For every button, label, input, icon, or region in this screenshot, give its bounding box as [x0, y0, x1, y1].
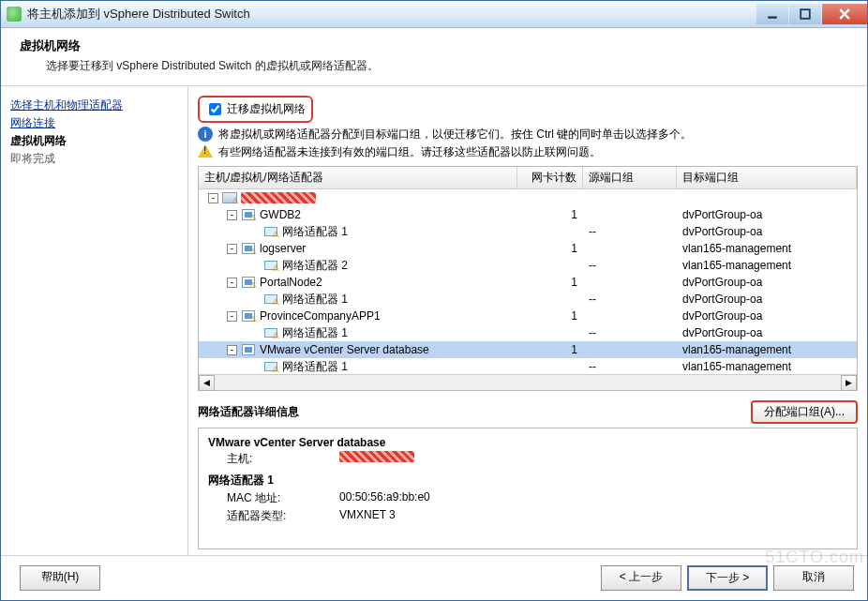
row-dest-pg: vlan165-management — [677, 342, 857, 357]
row-dest-pg: dvPortGroup-oa — [677, 275, 857, 290]
network-adapter-icon — [263, 259, 278, 272]
row-dest-pg: vlan165-management — [677, 359, 857, 374]
row-label: logserver — [260, 242, 306, 255]
tree-toggle[interactable]: - — [227, 278, 237, 288]
detail-adapter-heading: 网络适配器 1 — [208, 473, 847, 488]
step-select-hosts[interactable]: 选择主机和物理适配器 — [10, 98, 178, 113]
row-nic-count: 1 — [517, 241, 583, 256]
col-nic-count[interactable]: 网卡计数 — [517, 167, 583, 188]
row-source-pg — [583, 197, 677, 199]
step-network-connectivity[interactable]: 网络连接 — [10, 115, 178, 131]
row-source-pg: -- — [583, 258, 677, 273]
row-nic-count: 1 — [517, 308, 583, 323]
detail-host-value — [339, 451, 414, 462]
next-button[interactable]: 下一步 > — [687, 565, 768, 591]
tree-toggle[interactable]: - — [227, 345, 237, 355]
table-row[interactable]: - — [199, 189, 857, 206]
row-nic-count — [517, 231, 583, 233]
close-button[interactable] — [822, 4, 867, 24]
detail-host-label: 主机: — [227, 451, 339, 467]
table-row[interactable]: -VMware vCenter Server database1vlan165-… — [199, 341, 857, 358]
col-dest-portgroup[interactable]: 目标端口组 — [677, 167, 857, 188]
row-nic-count: 1 — [517, 275, 583, 290]
table-row[interactable]: 网络适配器 1--dvPortGroup-oa — [199, 223, 857, 240]
info-icon: i — [198, 127, 213, 142]
warning-icon — [198, 144, 213, 158]
cancel-button[interactable]: 取消 — [773, 565, 854, 591]
row-source-pg — [583, 315, 677, 317]
scroll-right-button[interactable]: ▶ — [841, 375, 857, 391]
help-button[interactable]: 帮助(H) — [20, 565, 100, 591]
row-nic-count — [517, 298, 583, 300]
table-row[interactable]: -GWDB21dvPortGroup-oa — [199, 206, 857, 223]
row-label: 网络适配器 1 — [282, 292, 348, 308]
row-nic-count: 1 — [517, 342, 583, 357]
details-section-title: 网络适配器详细信息 — [198, 404, 299, 420]
table-row[interactable]: -logserver1vlan165-management — [199, 240, 857, 257]
migrate-vm-networking-label: 迁移虚拟机网络 — [227, 101, 306, 117]
network-adapter-icon — [263, 326, 278, 339]
host-icon — [222, 191, 237, 204]
col-source-portgroup[interactable]: 源端口组 — [583, 167, 677, 188]
tree-toggle[interactable]: - — [208, 193, 218, 203]
row-source-pg: -- — [583, 359, 677, 374]
minimize-button[interactable] — [756, 4, 788, 24]
row-dest-pg: dvPortGroup-oa — [677, 308, 857, 323]
row-label: 网络适配器 2 — [282, 258, 348, 274]
row-source-pg: -- — [583, 292, 677, 307]
page-subtitle: 选择要迁移到 vSphere Distributed Switch 的虚拟机或网… — [46, 58, 848, 74]
row-dest-pg: dvPortGroup-oa — [677, 207, 857, 222]
row-nic-count — [517, 366, 583, 368]
assign-portgroup-button[interactable]: 分配端口组(A)... — [751, 400, 858, 424]
scroll-left-button[interactable]: ◀ — [199, 375, 215, 391]
migrate-vm-networking-checkbox[interactable] — [209, 103, 221, 115]
network-adapter-icon — [263, 293, 278, 306]
col-host-vm-adapter[interactable]: 主机/虚拟机/网络适配器 — [199, 167, 517, 188]
row-label: 网络适配器 1 — [282, 359, 348, 375]
info-message: i 将虚拟机或网络适配器分配到目标端口组，以便迁移它们。按住 Ctrl 键的同时… — [198, 127, 858, 143]
row-source-pg: -- — [583, 325, 677, 340]
row-label: 网络适配器 1 — [282, 224, 348, 240]
step-ready-complete: 即将完成 — [10, 151, 178, 167]
table-row[interactable]: 网络适配器 2--vlan165-management — [199, 257, 857, 274]
horizontal-scrollbar[interactable]: ◀ ▶ — [199, 374, 857, 390]
adapter-details: VMware vCenter Server database 主机: 网络适配器… — [198, 428, 858, 549]
svg-rect-1 — [801, 9, 810, 19]
row-label: VMware vCenter Server database — [260, 343, 429, 356]
tree-toggle[interactable]: - — [227, 311, 237, 322]
table-row[interactable]: -PortalNode21dvPortGroup-oa — [199, 274, 857, 291]
row-label: 网络适配器 1 — [282, 325, 348, 341]
detail-vm-name: VMware vCenter Server database — [208, 436, 847, 449]
wizard-footer: 帮助(H) < 上一步 下一步 > 取消 — [1, 555, 867, 600]
table-body[interactable]: --GWDB21dvPortGroup-oa网络适配器 1--dvPortGro… — [199, 189, 857, 374]
page-title: 虚拟机网络 — [20, 38, 848, 54]
detail-mac-label: MAC 地址: — [227, 490, 339, 506]
detail-type-value: VMXNET 3 — [339, 508, 396, 524]
row-source-pg — [583, 281, 677, 283]
vm-icon — [241, 242, 256, 255]
table-row[interactable]: 网络适配器 1--vlan165-management — [199, 358, 857, 374]
detail-type-label: 适配器类型: — [227, 508, 339, 524]
row-label: ProvinceCompanyAPP1 — [260, 309, 381, 323]
row-source-pg — [583, 214, 677, 216]
back-button[interactable]: < 上一步 — [601, 565, 681, 591]
maximize-button[interactable] — [789, 4, 821, 24]
tree-toggle[interactable]: - — [227, 210, 237, 220]
network-adapter-icon — [263, 360, 278, 373]
migrate-vm-networking-row: 迁移虚拟机网络 — [198, 96, 313, 123]
table-row[interactable]: 网络适配器 1--dvPortGroup-oa — [199, 324, 857, 341]
tree-toggle[interactable]: - — [227, 244, 237, 254]
row-nic-count: 1 — [517, 207, 583, 222]
vm-icon — [241, 343, 256, 356]
redacted-host-label — [241, 192, 316, 203]
row-dest-pg: dvPortGroup-oa — [677, 224, 857, 239]
network-adapter-icon — [263, 225, 278, 238]
table-row[interactable]: -ProvinceCompanyAPP11dvPortGroup-oa — [199, 308, 857, 324]
row-nic-count — [517, 264, 583, 266]
adapter-table: 主机/虚拟机/网络适配器 网卡计数 源端口组 目标端口组 --GWDB21dvP… — [198, 166, 858, 391]
table-row[interactable]: 网络适配器 1--dvPortGroup-oa — [199, 291, 857, 308]
row-source-pg — [583, 349, 677, 351]
table-header: 主机/虚拟机/网络适配器 网卡计数 源端口组 目标端口组 — [199, 167, 857, 189]
row-dest-pg: vlan165-management — [677, 258, 857, 273]
row-dest-pg — [677, 197, 857, 199]
